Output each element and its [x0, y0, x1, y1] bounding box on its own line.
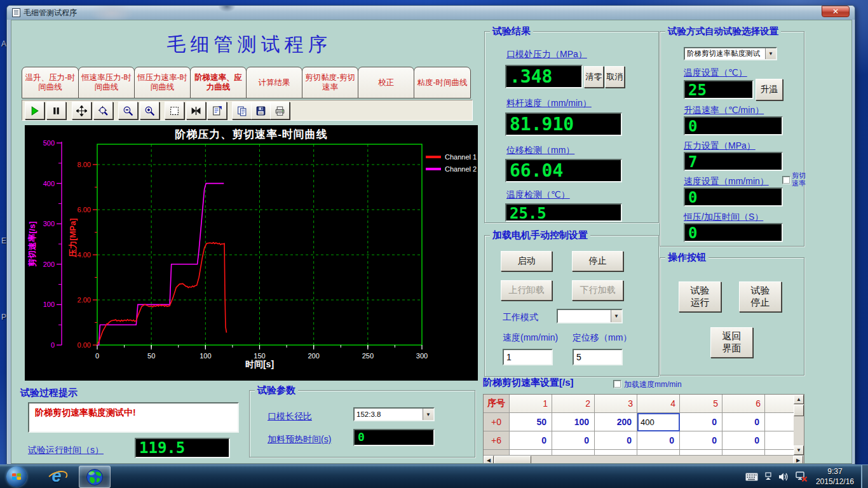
table-cell[interactable]: 0: [722, 431, 765, 450]
scroll-up-button[interactable]: ▲: [794, 395, 804, 404]
tab-calc-result[interactable]: 计算结果: [246, 67, 302, 98]
table-cell[interactable]: 0: [510, 431, 552, 450]
displacement-display: 66.04: [505, 159, 622, 182]
tab-step-rate-stress[interactable]: 阶梯速率、应力曲线: [190, 67, 247, 98]
test-stop-button[interactable]: 试验停止: [739, 281, 782, 312]
internet-explorer-icon[interactable]: e: [46, 466, 67, 487]
table-cell[interactable]: 50: [510, 413, 552, 431]
show-hidden-icons-arrow[interactable]: [764, 472, 772, 482]
table-cell[interactable]: 0: [552, 431, 595, 450]
window-title: 毛细管测试程序: [24, 8, 77, 18]
h-scroll-thumb[interactable]: [494, 456, 531, 464]
toolbar-zoom-fit-button[interactable]: [186, 102, 206, 119]
test-mode-select[interactable]: 阶梯剪切速率黏度测试 ▼: [684, 47, 777, 60]
table-corner-header: 序号: [484, 395, 510, 413]
shear-rate-checkbox[interactable]: [782, 176, 790, 184]
titlebar[interactable]: 毛细管测试程序 ✕: [7, 6, 855, 20]
table-col-header-2[interactable]: 2: [552, 395, 595, 413]
table-col-header-3[interactable]: 3: [595, 395, 637, 413]
scroll-left-button[interactable]: ◀: [484, 456, 494, 464]
pressure-set-display[interactable]: 7: [684, 152, 783, 171]
keyboard-icon[interactable]: [745, 473, 758, 481]
unload-up-button[interactable]: 上行卸载: [501, 280, 552, 301]
h-scrollbar[interactable]: ◀▶: [484, 455, 804, 464]
stop-button[interactable]: 停止: [572, 251, 623, 271]
svg-text:4.00: 4.00: [78, 251, 91, 259]
test-params-title: 试验参数: [255, 384, 298, 396]
chevron-down-icon[interactable]: ▼: [765, 48, 776, 59]
table-col-header-1[interactable]: 1: [510, 395, 552, 413]
temp-set-display[interactable]: 25: [684, 80, 754, 99]
table-cell[interactable]: 0: [680, 431, 722, 450]
chevron-down-icon[interactable]: ▼: [423, 409, 433, 420]
show-desktop-button[interactable]: [861, 465, 868, 488]
work-mode-select[interactable]: ▼: [557, 309, 623, 323]
windows-flag-icon: [11, 471, 22, 482]
load-down-button[interactable]: 下行加载: [572, 280, 623, 301]
start-button[interactable]: 启动: [501, 251, 552, 271]
table-cell-editing[interactable]: 400: [637, 413, 680, 431]
tab-viscosity-time[interactable]: 粘度-时间曲线: [414, 67, 471, 98]
tab-const-rate-pressure-time[interactable]: 恒速率压力-时间曲线: [78, 67, 135, 98]
hold-time-display[interactable]: 0: [684, 223, 783, 242]
table-col-header-4[interactable]: 4: [637, 395, 680, 413]
chart-x-axis-label: 时间[s]: [97, 359, 422, 370]
toolbar-save-button[interactable]: [251, 102, 271, 119]
close-button[interactable]: ✕: [822, 6, 850, 17]
cancel-button[interactable]: 取消: [605, 66, 625, 88]
heat-up-button[interactable]: 升温: [756, 79, 783, 100]
toolbar-copy-button[interactable]: [232, 102, 252, 119]
table-cell[interactable]: 0: [637, 431, 680, 450]
chevron-down-icon[interactable]: ▼: [611, 310, 621, 322]
tab-shear-viscosity-rate[interactable]: 剪切黏度-剪切速率: [302, 67, 358, 98]
table-cell[interactable]: 0: [722, 413, 765, 431]
test-run-button[interactable]: 试验运行: [679, 281, 721, 312]
toolbar-zoom-out-button[interactable]: [118, 102, 138, 119]
clock[interactable]: 9:37 2015/12/16: [816, 467, 854, 487]
table-row-label[interactable]: +0: [484, 413, 510, 431]
table-col-header-5[interactable]: 5: [680, 395, 722, 413]
table-row-label[interactable]: +6: [484, 431, 510, 450]
table-cell[interactable]: 0: [680, 413, 722, 431]
tab-const-pressure-rate-time[interactable]: 恒压力速率-时间曲线: [134, 67, 191, 98]
heat-rate-display[interactable]: 0: [684, 116, 783, 135]
toolbar-play-button[interactable]: [25, 102, 44, 119]
taskbar-app-button[interactable]: [79, 466, 111, 488]
play-icon: [29, 105, 40, 116]
operation-title: 操作按钮: [665, 252, 709, 264]
load-speed-checkbox[interactable]: [613, 380, 621, 388]
pressure-set-label: 压力设置（MPa）: [684, 140, 756, 152]
v-scroll-thumb[interactable]: [794, 405, 804, 416]
table-cell[interactable]: 100: [552, 413, 595, 431]
tab-temp-pressure-time[interactable]: 温升、压力-时间曲线: [22, 67, 79, 98]
scroll-right-button[interactable]: ▶: [793, 456, 803, 464]
toolbar-zoom-box-button[interactable]: [165, 102, 184, 119]
toolbar-pan-button[interactable]: [72, 102, 92, 119]
scroll-down-button[interactable]: ▼: [794, 445, 804, 455]
toolbar-pause-button[interactable]: [46, 102, 66, 119]
zero-button[interactable]: 清零: [584, 66, 604, 88]
operation-panel: 操作按钮 试验运行 试验停止 返回界面: [660, 257, 804, 376]
auto-test-panel: 试验方式自动试验选择设置 阶梯剪切速率黏度测试 ▼ 温度设置（℃） 25 升温 …: [660, 31, 804, 247]
table-cell[interactable]: 0: [595, 431, 637, 450]
speed-set-display[interactable]: 0: [684, 187, 783, 207]
die-pressure-label: 口模处压力（MPa）: [506, 49, 587, 60]
volume-icon[interactable]: [778, 472, 789, 482]
network-disconnected-icon[interactable]: [796, 471, 808, 482]
svg-text:0.00: 0.00: [78, 341, 91, 349]
die-ratio-select[interactable]: 152:3.8 ▼: [353, 407, 435, 421]
v-scrollbar[interactable]: ▲▼: [794, 395, 804, 455]
ram-speed-display: 81.910: [505, 112, 622, 136]
toolbar-zoom-dynamic-button[interactable]: [93, 102, 113, 119]
target-displacement-input[interactable]: 5: [573, 349, 623, 365]
return-button[interactable]: 返回界面: [710, 327, 753, 358]
toolbar-print-button[interactable]: [270, 102, 290, 119]
table-cell[interactable]: 200: [595, 413, 637, 431]
toolbar-zoom-in-button[interactable]: [140, 102, 159, 119]
table-col-header-6[interactable]: 6: [722, 395, 765, 413]
start-button[interactable]: [6, 466, 27, 487]
tab-calibration[interactable]: 校正: [358, 67, 414, 98]
manual-speed-input[interactable]: 1: [503, 349, 553, 365]
toolbar-properties-button[interactable]: [207, 102, 227, 119]
temperature-display: 25.5: [505, 203, 622, 222]
